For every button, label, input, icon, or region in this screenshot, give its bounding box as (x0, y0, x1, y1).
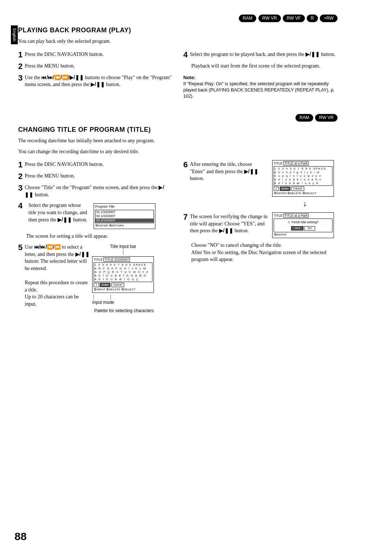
badge-r: R (307, 15, 318, 22)
s5e: Up to 20 characters can be input. (25, 294, 79, 307)
badge-rwvf: RW VF (283, 15, 305, 22)
play-pause-icon: ▶/❚❚ (244, 168, 258, 174)
play-pause-icon: ▶/❚❚ (91, 81, 105, 87)
cf-prompt: ⚠ Finish title setting? (275, 220, 331, 224)
ti-r2: A B C D E F G H I J K L M (94, 267, 152, 270)
s2-step5-text: Use ⏮/⏭/⏪/⏩ to select a letter, and then… (25, 244, 90, 307)
ti-cancel: Cancel (111, 283, 124, 287)
s2-step4-text: Select the program whose title you want … (28, 202, 90, 223)
pt-header: Program Title (95, 205, 154, 209)
s3a: Use the (25, 75, 41, 80)
s4a: Select the program to be played back, an… (190, 52, 306, 57)
t2-r3: n o p q r s t u v w x y z (274, 174, 332, 178)
s2-step7-text: The screen for verifying the change in t… (190, 213, 268, 234)
pt-row3: 03 2/10/2007 (95, 219, 154, 223)
t2-header: TITLE at a Park (283, 161, 309, 166)
s2-step4-after: The screen for setting a title will appe… (26, 233, 172, 240)
palette-label: Palette for selecting characters (92, 308, 154, 314)
step1-text: Press the DISC NAVIGATION button. (25, 51, 172, 58)
play-pause-icon: ▶/❚❚ (58, 217, 72, 223)
t2-cancel: Cancel (291, 187, 304, 191)
s2-step3: 3 Choose "Title" on the "Program" menu s… (18, 184, 172, 198)
section1-title: PLAYING BACK PROGRAM (PLAY) (18, 26, 338, 35)
s7b: button. (233, 228, 249, 233)
s2-step6-text: After entering the title, choose "Enter"… (190, 161, 268, 182)
section1-intro: You can play back only the selected prog… (18, 38, 338, 45)
s2-step6: 6 After entering the title, choose "Ente… (183, 161, 268, 182)
ti-r1: 1 2 3 4 5 6 7 8 9 0 SPACE (94, 263, 152, 267)
ti-header: TITLE 2/10/2007 (103, 257, 130, 262)
s2-step7: 7 The screen for verifying the change in… (183, 213, 268, 234)
s5c: button: The selected letter will be ente… (25, 258, 87, 271)
step-1: 1 Press the DISC NAVIGATION button. (18, 51, 172, 59)
t2-r1: 1 2 3 4 5 6 7 8 9 0 SPACE (274, 167, 332, 171)
s6b: button. (190, 176, 204, 181)
step4-text: Select the program to be played back, an… (190, 51, 338, 58)
s6a: After entering the title, choose "Enter"… (190, 162, 252, 174)
t2-r5: ä ë ï ö ü å æ ì ò ù ç ß (274, 181, 332, 185)
title-input-screen: TITLE TITLE 2/10/2007 1 2 3 4 5 6 7 8 9 … (92, 256, 154, 293)
s2-step5: 5 Use ⏮/⏭/⏪/⏩ to select a letter, and th… (18, 244, 172, 314)
input-mode-label: Input mode (92, 299, 154, 306)
language-tab: English (11, 25, 18, 44)
badge-ram: RAM (239, 15, 257, 22)
ti-enter: Enter (100, 283, 110, 287)
ti-r5: Ä Ë Ï Ö Ü Å Æ Ì Ò Ù Ç (94, 278, 152, 281)
s2-step1-text: Press the DISC NAVIGATION button. (25, 161, 172, 168)
step-4: 4 Select the program to be played back, … (183, 51, 338, 59)
play-pause-icon: ▶/❚❚ (219, 228, 233, 233)
s2-step4: 4 Select the program whose title you wan… (18, 202, 172, 229)
title-screen-2: TITLE TITLE at a Park 1 2 3 4 5 6 7 8 9 … (272, 160, 334, 197)
format-badges-2: RAM RW VR (18, 114, 338, 122)
s4b: button. (320, 52, 335, 57)
step4-after: Playback will start from the first scene… (191, 62, 338, 70)
play-pause-icon: ▶/❚❚ (306, 51, 320, 57)
format-badges-1: RAM RW VR RW VF R +RW (18, 15, 338, 22)
ti-footer: ⦿INPUT ⦿DELETE ⦿SELECT (94, 288, 152, 291)
cf-header: TITLE at a Park (283, 213, 309, 218)
note-text: If "Repeat Play: On" is specified, the s… (183, 81, 338, 99)
confirm-screen: TITLE TITLE at a Park ⚠ Finish title set… (272, 212, 334, 238)
s2-step1: 1Press the DISC NAVIGATION button. (18, 161, 172, 169)
program-title-screen: Program Title 01 1/10/2007 02 1/15/2007 … (94, 203, 155, 229)
t2-footer: ⦿ENTER ⦿DELETE ⦿SELECT (274, 192, 332, 195)
t2-enter: Enter (280, 187, 290, 191)
section2-intro2: You can change the recording date/time t… (18, 148, 338, 155)
cf-no: NO (304, 226, 315, 230)
section2-title: CHANGING TITLE OF PROGRAM (TITLE) (18, 125, 338, 134)
s3b2: button. (33, 192, 49, 197)
cf-footer: ⦿ENTER (274, 233, 332, 237)
ti-mode: 1 (94, 283, 99, 287)
nav-icons: ⏮/⏭/⏪/⏩/▶/❚❚ (41, 74, 83, 80)
step-3: 3 Use the ⏮/⏭/⏪/⏩/▶/❚❚ buttons to choose… (18, 74, 172, 88)
s3a2: Choose "Title" on the "Program" menu scr… (25, 185, 159, 190)
pt-row1: 01 1/10/2007 (95, 210, 154, 214)
cf-yes: YES (291, 226, 303, 230)
pt-footer: ⦿ENTER ⦿RETURN (95, 224, 154, 228)
title-input-label: Title input bar (92, 244, 154, 250)
s2-step3-text: Choose "Title" on the "Program" menu scr… (25, 184, 172, 198)
t2-r2: a b c d e f g h i j k l m (274, 171, 332, 174)
note-label: Note: (183, 74, 338, 81)
badge-rwvr-2: RW VR (315, 114, 338, 122)
s4b2: button. (72, 217, 87, 223)
step2-text: Press the MENU button. (25, 62, 172, 70)
s5d: Repeat this procedure to create a title. (25, 280, 87, 293)
section2-intro1: The recording date/time has initially be… (18, 137, 338, 144)
ti-r4: À É Í Ó Ú Â Ê Î Ô Û À Ñ Ò (94, 274, 152, 278)
nav-icons-2: ⏮/⏭/⏪/⏩ (34, 244, 61, 250)
s2-step2-text: Press the MENU button. (25, 172, 172, 180)
s5a: Use (25, 244, 34, 250)
badge-ram-2: RAM (295, 114, 313, 122)
step3-text: Use the ⏮/⏭/⏪/⏩/▶/❚❚ buttons to choose "… (25, 74, 172, 88)
t2-mode: 2 (274, 187, 279, 191)
play-pause-icon: ▶/❚❚ (75, 251, 90, 257)
pt-row2: 02 1/15/2007 (95, 214, 154, 218)
badge-plusrw: +RW (320, 15, 338, 22)
s3c: button. (105, 82, 121, 87)
badge-rwvr: RW VR (258, 15, 281, 22)
step-2: 2 Press the MENU button. (18, 62, 172, 70)
t2-r4: à é í ó ú â ê î ô û à ñ ò (274, 178, 332, 181)
ti-r3: N O P Q R S T U V W X Y Z (94, 270, 152, 274)
s2-after1: Choose "NO" to cancel changing of the ti… (191, 242, 338, 249)
